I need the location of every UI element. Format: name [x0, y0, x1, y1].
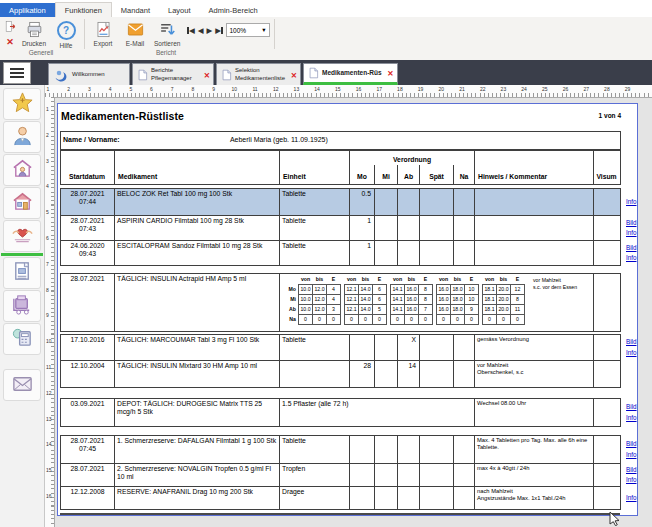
- ribbon: Applikation Funktionen Mandant Layout Ad…: [0, 0, 652, 61]
- col-visum: Visum: [594, 151, 621, 185]
- row-link-info[interactable]: Info: [626, 228, 638, 238]
- report-workspace: 1234567891011121314151617181920212223242…: [45, 85, 652, 527]
- report-block: 17.10.2016TÄGLICH: MARCOUMAR Tabl 3 mg F…: [60, 334, 638, 388]
- page-icon: [137, 69, 148, 81]
- row-link-info[interactable]: Info: [626, 197, 638, 207]
- col-spat: Spät: [420, 165, 454, 185]
- group-label-bericht: Bericht: [86, 49, 246, 56]
- tab-close-icon[interactable]: ✕: [204, 70, 210, 79]
- report-footer: Villa Pink 13.10.2021 16:30: [60, 513, 620, 516]
- row-link-info[interactable]: Info: [626, 253, 638, 263]
- row-link-info[interactable]: Info: [626, 450, 638, 460]
- row-link-info[interactable]: Info: [626, 413, 638, 423]
- export-button[interactable]: Export: [87, 19, 119, 48]
- first-page-button[interactable]: ◀: [187, 26, 194, 35]
- prev-page-button[interactable]: ◀: [198, 26, 204, 35]
- doc-tab-willkommen[interactable]: Willkommen: [48, 63, 130, 85]
- hilfe-button[interactable]: ? Hilfe: [50, 19, 82, 50]
- medication-row[interactable]: 12.10.2004TÄGLICH: INSULIN Mixtard 30 HM…: [61, 361, 639, 388]
- chevron-down-icon: ▾: [262, 26, 265, 34]
- sidebar-item-star[interactable]: [3, 88, 41, 120]
- email-button[interactable]: E-Mail: [119, 19, 151, 48]
- visum-cell: [594, 335, 621, 361]
- mail-icon: [11, 372, 34, 399]
- col-group-verordnung: Verordnung: [350, 151, 475, 165]
- sidebar-item-care-heart[interactable]: [3, 220, 41, 252]
- medication-row[interactable]: 17.10.2016TÄGLICH: MARCOUMAR Tabl 3 mg F…: [61, 335, 639, 361]
- ribbon-tab-applikation[interactable]: Applikation: [0, 3, 55, 17]
- medication-row-insulin[interactable]: 28.07.2021TÄGLICH: INSULIN Actrapid HM A…: [61, 274, 639, 332]
- visum-cell: [594, 464, 621, 487]
- vertical-ruler: 12345678910111213141516: [45, 97, 55, 527]
- patient-name-value: Aeberli Maria (geb. 11.09.1925): [230, 136, 328, 143]
- report-block: 28.07.2021 07:451. Schmerzreserve: DAFAL…: [60, 435, 638, 510]
- row-link-bild[interactable]: Bild: [626, 465, 638, 475]
- medication-row[interactable]: 24.06.2020 09:43ESCITALOPRAM Sandoz Film…: [61, 241, 639, 266]
- row-link-bild[interactable]: Bild: [626, 337, 638, 347]
- report-header-row: Startdatum Medikament Einheit Verordnung…: [60, 150, 638, 185]
- ribbon-tab-admin-bereich[interactable]: Admin-Bereich: [200, 3, 267, 17]
- menu-hamburger-icon[interactable]: [3, 62, 31, 84]
- active-module-indicator: [1, 253, 43, 256]
- medication-row[interactable]: 12.12.2008RESERVE: ANAFRANIL Drag 10 mg …: [61, 487, 639, 510]
- page-icon: [308, 67, 319, 79]
- sidebar-item-billing[interactable]: [3, 323, 41, 355]
- col-hinweis-kommentar: Hinweis / Kommentar: [475, 151, 594, 185]
- sidebar-item-resident[interactable]: [3, 121, 41, 153]
- care-heart-icon: [11, 223, 34, 250]
- doc-tab-selektion-medikamentenliste[interactable]: SelektionMedikamentenliste✕: [216, 63, 301, 85]
- row-link-info[interactable]: Info: [626, 348, 638, 358]
- last-page-button[interactable]: ▶: [215, 26, 222, 35]
- tab-close-icon[interactable]: ✕: [291, 70, 297, 79]
- billing-icon: [11, 326, 34, 353]
- sort-icon: [158, 20, 177, 39]
- ribbon-tab-mandant[interactable]: Mandant: [112, 3, 159, 17]
- document-tab-bar: WillkommenBerichtePflegemanager✕Selektio…: [0, 60, 652, 85]
- row-link-bild[interactable]: Bild: [626, 243, 638, 253]
- report-block: 03.09.2021DEPOT: TÄGLICH: DUROGESIC Matr…: [60, 398, 638, 427]
- visum-cell: [594, 436, 621, 464]
- sidebar: [0, 85, 45, 527]
- home-care-icon: [11, 157, 34, 184]
- group-label-generell: Generell: [8, 49, 74, 56]
- household-icon: [11, 190, 34, 217]
- row-link-info[interactable]: Info: [626, 493, 638, 503]
- exit-icon[interactable]: [4, 20, 17, 33]
- doc-tab-label: BerichtePflegemanager: [151, 67, 192, 81]
- zoom-select[interactable]: 100% ▾: [226, 23, 270, 37]
- close-icon[interactable]: ✕: [4, 35, 17, 48]
- next-page-button[interactable]: ▶: [206, 26, 212, 35]
- medication-row[interactable]: 28.07.2021 07:43ASPIRIN CARDIO Filmtabl …: [61, 216, 639, 241]
- ribbon-tab-layout[interactable]: Layout: [159, 3, 200, 17]
- app-logo-icon: [53, 67, 69, 83]
- sidebar-item-documents[interactable]: [3, 257, 41, 289]
- visum-cell: [594, 216, 621, 241]
- sidebar-item-household[interactable]: [3, 187, 41, 219]
- col-mo: Mo: [350, 165, 375, 185]
- medication-row[interactable]: 28.07.2021 07:451. Schmerzreserve: DAFAL…: [61, 436, 639, 464]
- report-blocks: 28.07.2021 07:44BELOC ZOK Ret Tabl 100 m…: [60, 188, 637, 510]
- patient-name-label: Name / Vorname:: [63, 136, 228, 144]
- help-icon: ?: [57, 21, 76, 40]
- sidebar-item-mail[interactable]: [3, 369, 41, 401]
- doc-tab-medikamenten-ruestliste[interactable]: Medikamenten-Rüs✕: [303, 63, 398, 85]
- sidebar-item-home-care[interactable]: [3, 154, 41, 186]
- row-link-bild[interactable]: Bild: [626, 402, 638, 412]
- row-link-bild[interactable]: Bild: [626, 218, 638, 228]
- sidebar-item-supply-cart[interactable]: [3, 290, 41, 322]
- ribbon-tab-row: Applikation Funktionen Mandant Layout Ad…: [0, 0, 652, 17]
- drucken-button[interactable]: Drucken: [18, 19, 50, 48]
- medication-row[interactable]: 28.07.20212. Schmerzreserve: NOVALGIN Tr…: [61, 464, 639, 487]
- printer-icon: [25, 20, 44, 39]
- row-link-info[interactable]: Info: [626, 475, 638, 485]
- horizontal-ruler: 1234567891011121314151617181920212223242…: [45, 85, 652, 98]
- tab-close-icon[interactable]: ✕: [387, 69, 393, 78]
- doc-tab-berichte-pflegemanager[interactable]: BerichtePflegemanager✕: [132, 63, 214, 85]
- medication-row[interactable]: 28.07.2021 07:44BELOC ZOK Ret Tabl 100 m…: [61, 189, 639, 216]
- patient-name-row: Name / Vorname: Aeberli Maria (geb. 11.0…: [60, 131, 638, 150]
- row-link-bild[interactable]: Bild: [626, 439, 638, 449]
- sortieren-button[interactable]: Sortieren: [151, 19, 183, 48]
- ribbon-tab-funktionen[interactable]: Funktionen: [55, 2, 112, 17]
- medication-row[interactable]: 03.09.2021DEPOT: TÄGLICH: DUROGESIC Matr…: [61, 399, 639, 427]
- col-mi: Mi: [375, 165, 398, 185]
